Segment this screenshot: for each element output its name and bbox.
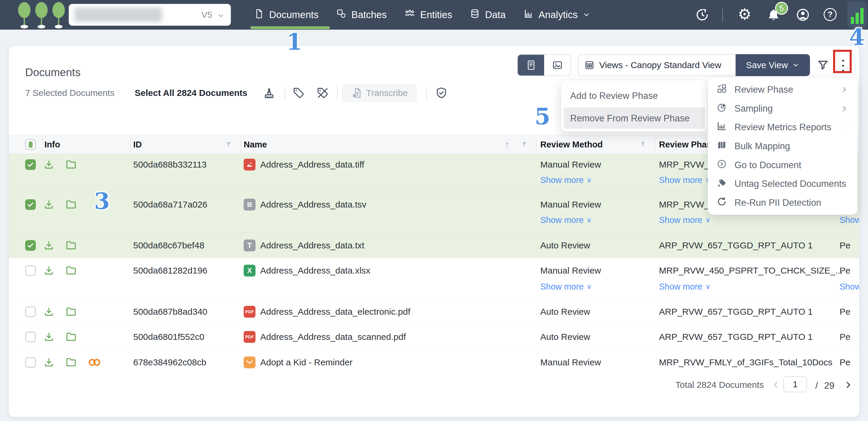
review-phase-show-more-link[interactable]: Show more∨ (659, 282, 711, 292)
row-checkbox[interactable] (25, 357, 36, 368)
views-selector-value: Views - Canopy Standard View (599, 60, 721, 70)
folder-icon[interactable] (65, 306, 77, 318)
workspace-version-label: V5 (201, 10, 212, 20)
folder-icon[interactable] (65, 265, 77, 276)
shield-check-button[interactable] (435, 86, 448, 101)
download-icon[interactable] (43, 159, 55, 170)
previous-page-button[interactable] (771, 380, 781, 391)
download-icon[interactable] (43, 240, 55, 251)
table-view-button[interactable] (518, 55, 544, 76)
file-type-email-icon (244, 357, 255, 368)
workspace-selector[interactable]: V5 (69, 4, 231, 26)
review-method-show-more-link[interactable]: Show more∨ (540, 282, 592, 292)
review-method-show-more-link[interactable]: Show more∨ (540, 175, 592, 185)
nav-item-analytics[interactable]: Analytics (523, 8, 590, 21)
nav-item-documents[interactable]: Documents (254, 8, 318, 21)
review-method-value: Manual Review (540, 159, 601, 170)
next-page-button[interactable] (843, 380, 853, 391)
clipped-show-more-link[interactable]: Show more∨ (840, 215, 859, 225)
folder-icon[interactable] (65, 357, 77, 368)
untag-button[interactable] (316, 86, 329, 101)
cleanup-broom-button[interactable] (262, 86, 276, 101)
select-all-link[interactable]: Select All 2824 Documents (135, 88, 247, 98)
review-method-value: Auto Review (540, 332, 590, 342)
document-name: Adopt a Kid - Reminder (260, 357, 352, 367)
name-sort-icon[interactable]: ↑ (505, 139, 509, 150)
nav-label: Data (485, 9, 506, 21)
page-number-input[interactable] (783, 376, 807, 392)
menu-item-remove-from-review-phase[interactable]: Remove From Review Phase (570, 113, 689, 124)
file-type-tsv-icon (244, 199, 255, 210)
untag-icon (316, 86, 329, 99)
menu-item-untag-selected-documents[interactable]: Untag Selected Documents (708, 175, 857, 193)
folder-icon[interactable] (65, 331, 77, 343)
chevron-right-icon (847, 123, 848, 131)
document-id: 500da681282d196 (133, 266, 207, 276)
review-phase-icon (717, 84, 727, 96)
document-id: 678e384962c08cb (133, 357, 206, 367)
clipped-show-more-link[interactable]: Show more∨ (840, 282, 859, 292)
save-view-button[interactable]: Save View (736, 54, 810, 76)
toolbar-divider (285, 86, 285, 100)
nav-item-entities[interactable]: Entities (404, 8, 452, 21)
file-type-pdf-icon: PDF (244, 306, 255, 318)
download-icon[interactable] (43, 265, 55, 276)
download-icon[interactable] (43, 306, 55, 318)
menu-item-go-to-document[interactable]: Go to Document (708, 156, 857, 175)
tag-button[interactable] (292, 86, 305, 101)
id-filter-icon[interactable] (225, 141, 232, 148)
review-phase-show-more-link[interactable]: Show more∨ (659, 215, 711, 225)
menu-item-label: Untag Selected Documents (735, 179, 846, 189)
nav-item-data[interactable]: Data (470, 8, 506, 21)
document-id: 500da68c67bef48 (133, 240, 204, 250)
image-view-button[interactable] (544, 55, 570, 76)
row-checkbox[interactable] (25, 159, 36, 170)
download-icon[interactable] (43, 357, 55, 368)
document-name: Address_Address_data_electronic.pdf (260, 307, 410, 317)
folder-icon[interactable] (65, 159, 77, 171)
views-selector[interactable]: Views - Canopy Standard View (578, 54, 736, 76)
views-icon (584, 60, 594, 70)
select-all-checkbox[interactable] (25, 139, 36, 150)
chevron-down-icon (583, 11, 590, 19)
menu-item-review-phase[interactable]: Review Phase (708, 80, 857, 99)
row-checkbox[interactable] (25, 332, 36, 342)
user-avatar-icon[interactable] (796, 8, 810, 22)
document-id: 500da687b8ad340 (133, 307, 207, 317)
name-filter-icon[interactable] (521, 141, 528, 148)
menu-item-re-run-pii-detection[interactable]: Re-Run PII Detection (708, 193, 857, 212)
history-icon[interactable] (695, 8, 709, 22)
review-method-show-more-link[interactable]: Show more∨ (540, 215, 592, 225)
table-row: 500da687b8ad340PDFAddress_Address_data_e… (9, 299, 859, 324)
row-checkbox[interactable] (25, 306, 36, 317)
help-icon[interactable]: ? (824, 8, 837, 21)
family-link-icon (88, 358, 101, 367)
folder-icon[interactable] (65, 240, 77, 251)
menu-item-sampling[interactable]: Sampling (708, 99, 857, 118)
nav-item-batches[interactable]: Batches (336, 8, 386, 21)
row-checkbox[interactable] (25, 240, 36, 251)
clipped-column-value: Pe (840, 307, 850, 317)
row-checkbox[interactable] (25, 199, 36, 210)
row-checkbox[interactable] (25, 265, 36, 276)
rerun-icon (717, 197, 727, 209)
download-icon[interactable] (43, 199, 55, 210)
main-nav: DocumentsBatchesEntitiesDataAnalytics (254, 0, 590, 30)
menu-item-review-metrics-reports[interactable]: Review Metrics Reports (708, 118, 857, 137)
download-icon[interactable] (43, 331, 55, 342)
menu-item-add-to-review-phase[interactable]: Add to Review Phase (570, 91, 658, 101)
bulk-mapping-icon (717, 140, 727, 152)
table-view-icon (526, 60, 536, 70)
goto-document-icon (717, 159, 727, 172)
folder-icon[interactable] (65, 199, 77, 210)
menu-item-label: Bulk Mapping (735, 141, 790, 152)
document-id: 500da6801f552c0 (133, 332, 204, 342)
review-phase-value: MRP_RVW_ (659, 159, 709, 170)
chevron-right-icon (840, 104, 848, 113)
review-phase-show-more-link[interactable]: Show more∨ (659, 175, 711, 185)
review-method-filter-icon[interactable] (640, 141, 647, 148)
gear-icon[interactable]: ⚙ (738, 6, 752, 22)
filter-button[interactable] (817, 59, 829, 72)
transcribe-button[interactable]: Transcribe (342, 84, 417, 102)
menu-item-bulk-mapping[interactable]: Bulk Mapping (708, 137, 857, 156)
